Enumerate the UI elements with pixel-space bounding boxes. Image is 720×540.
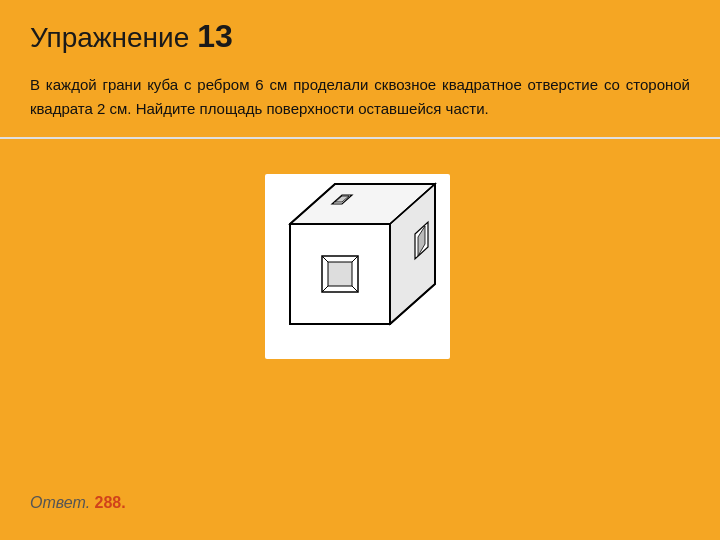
- cube-diagram: [260, 169, 460, 364]
- answer-label: Ответ.: [30, 494, 90, 511]
- svg-rect-3: [328, 262, 352, 286]
- title-number: 13: [197, 18, 233, 55]
- diagram-area: [0, 149, 720, 384]
- page: Упражнение 13 В каждой грани куба с ребр…: [0, 0, 720, 540]
- title-prefix: Упражнение: [30, 22, 189, 54]
- answer-value: 288.: [95, 494, 126, 511]
- answer-section: Ответ. 288.: [30, 494, 126, 512]
- problem-text: В каждой грани куба с ребром 6 см продел…: [0, 65, 720, 139]
- title-bar: Упражнение 13: [0, 0, 720, 65]
